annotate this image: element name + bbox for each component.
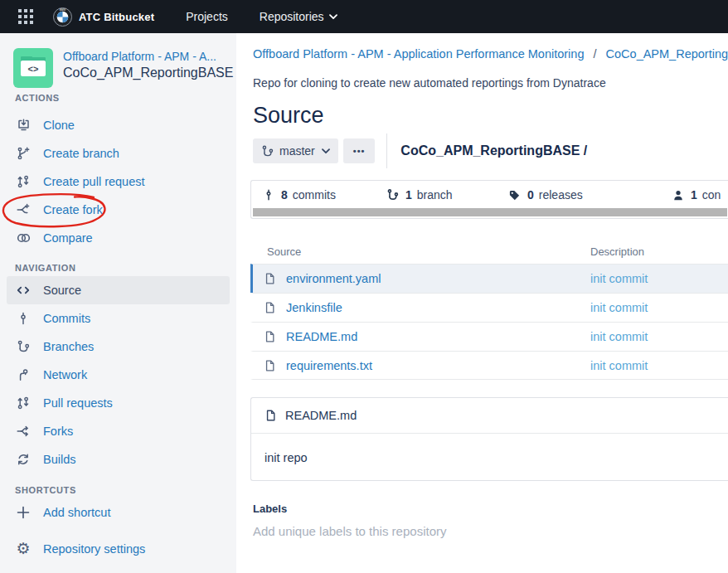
breadcrumb-repo-link[interactable]: CoCo_APM_ReportingBASE: [606, 47, 728, 61]
file-name-link[interactable]: requirements.txt: [286, 359, 372, 372]
clone-icon: [13, 119, 33, 132]
branches-icon: [13, 340, 33, 353]
actions-section-title: ACTIONS: [15, 93, 60, 103]
file-name-link[interactable]: environment.yaml: [286, 272, 381, 285]
sidebar-item-network[interactable]: Network: [7, 361, 230, 389]
branch-icon: [261, 145, 274, 158]
person-icon: [672, 189, 684, 202]
labels-section-title: Labels: [253, 503, 287, 515]
repository-sidebar: <> Offboard Platform - APM - A... CoCo_A…: [0, 33, 236, 573]
site-title: ATC Bitbucket: [79, 11, 154, 23]
source-icon: [13, 284, 33, 297]
breadcrumb-project-link[interactable]: Offboard Platform - APM - Application Pe…: [253, 47, 584, 61]
stat-contributors[interactable]: 1 con: [672, 188, 721, 202]
sidebar-item-create-fork[interactable]: Create fork: [7, 196, 230, 224]
sidebar-item-clone[interactable]: Clone: [7, 111, 230, 139]
sidebar-item-compare[interactable]: Compare: [7, 224, 230, 252]
network-icon: [13, 368, 33, 381]
main-content: Offboard Platform - APM - Application Pe…: [250, 33, 728, 573]
readme-filename[interactable]: README.md: [285, 409, 357, 422]
shortcuts-section-title: SHORTCUTS: [15, 485, 76, 495]
commits-icon: [263, 188, 274, 202]
page-title: Source: [253, 103, 324, 129]
navigation-section-title: NAVIGATION: [15, 263, 75, 273]
chevron-down-icon: [329, 14, 337, 20]
create-branch-icon: [13, 147, 33, 160]
pull-request-icon: [13, 396, 33, 410]
file-name-link[interactable]: Jenkinsfile: [286, 301, 342, 314]
file-commit-message-link[interactable]: init commit: [590, 301, 648, 314]
file-name-link[interactable]: README.md: [286, 330, 357, 343]
sidebar-item-builds[interactable]: Builds: [7, 445, 230, 473]
top-navigation-bar: BMW ATC Bitbucket Projects Repositories: [0, 0, 728, 33]
sidebar-item-forks[interactable]: Forks: [7, 417, 230, 445]
file-row-requirements-txt[interactable]: requirements.txt init commit: [250, 351, 728, 380]
stat-branches[interactable]: 1 branch: [386, 188, 453, 202]
gear-icon: ⚙: [13, 542, 33, 556]
current-branch-label: master: [279, 144, 315, 158]
compare-icon: [13, 231, 33, 245]
repository-header: <> Offboard Platform - APM - A... CoCo_A…: [13, 48, 233, 88]
file-icon: [264, 301, 276, 314]
chevron-down-icon: [322, 148, 330, 154]
file-row-readme-md[interactable]: README.md init commit: [250, 322, 728, 351]
readme-header: README.md: [251, 398, 728, 434]
more-actions-button[interactable]: •••: [343, 138, 376, 163]
branch-selector-button[interactable]: master: [253, 138, 338, 163]
project-link[interactable]: Offboard Platform - APM - A...: [63, 50, 233, 63]
file-icon: [264, 272, 276, 285]
file-row-jenkinsfile[interactable]: Jenkinsfile init commit: [250, 293, 728, 322]
file-row-environment-yaml[interactable]: environment.yaml init commit: [250, 264, 728, 293]
file-commit-message-link[interactable]: init commit: [590, 272, 648, 285]
bmw-logo-icon: BMW: [53, 7, 72, 27]
tag-icon: [508, 189, 521, 202]
stat-releases[interactable]: 0 releases: [508, 188, 583, 202]
file-commit-message-link[interactable]: init commit: [590, 330, 648, 343]
file-table-header: Source Description: [250, 239, 728, 264]
topnav-projects[interactable]: Projects: [186, 10, 228, 23]
sidebar-item-repository-settings[interactable]: ⚙ Repository settings: [7, 535, 230, 563]
file-commit-message-link[interactable]: init commit: [590, 359, 648, 372]
sidebar-item-pull-requests[interactable]: Pull requests: [7, 389, 230, 417]
pull-request-icon: [13, 175, 33, 188]
stat-commits[interactable]: 8 commits: [263, 188, 336, 202]
builds-icon: [13, 453, 33, 466]
source-toolbar: master ••• CoCo_APM_ReportingBASE /: [253, 138, 587, 163]
file-table: Source Description environment.yaml init…: [250, 239, 728, 380]
fork-icon: [13, 203, 33, 216]
sidebar-item-create-branch[interactable]: Create branch: [7, 139, 230, 168]
readme-preview-card: README.md init repo: [250, 397, 728, 481]
stats-horizontal-scrollbar[interactable]: [253, 208, 727, 216]
topnav-repositories[interactable]: Repositories: [260, 10, 337, 23]
plus-icon: [13, 506, 33, 519]
sidebar-item-commits[interactable]: Commits: [7, 304, 230, 333]
file-icon: [264, 330, 276, 343]
repository-name: CoCo_APM_ReportingBASE: [63, 66, 233, 80]
sidebar-item-branches[interactable]: Branches: [7, 333, 230, 361]
sidebar-item-add-shortcut[interactable]: Add shortcut: [7, 498, 230, 527]
toolbar-divider: [386, 134, 387, 168]
code-folder-icon: <>: [21, 61, 46, 76]
bitbucket-home-link[interactable]: BMW ATC Bitbucket: [53, 7, 154, 27]
labels-input-placeholder[interactable]: Add unique labels to this repository: [253, 524, 446, 538]
sidebar-item-source[interactable]: Source: [7, 276, 230, 304]
branch-icon: [386, 188, 399, 202]
fork-icon: [13, 425, 33, 438]
column-header-source: Source: [267, 245, 301, 258]
column-header-description: Description: [590, 245, 644, 258]
app-switcher-icon[interactable]: [18, 9, 33, 24]
file-icon: [265, 409, 277, 422]
commits-icon: [13, 312, 33, 325]
current-path: CoCo_APM_ReportingBASE /: [400, 143, 587, 158]
sidebar-item-create-pull-request[interactable]: Create pull request: [7, 168, 230, 196]
repository-stats-bar: 8 commits 1 branch 0 releases: [250, 180, 728, 219]
breadcrumb: Offboard Platform - APM - Application Pe…: [253, 47, 728, 61]
file-icon: [264, 359, 276, 372]
repository-avatar[interactable]: <>: [13, 48, 53, 88]
readme-content: init repo: [251, 434, 728, 482]
repository-description: Repo for cloning to create new automated…: [253, 76, 606, 90]
svg-text:BMW: BMW: [60, 7, 66, 11]
breadcrumb-separator: /: [594, 47, 597, 61]
